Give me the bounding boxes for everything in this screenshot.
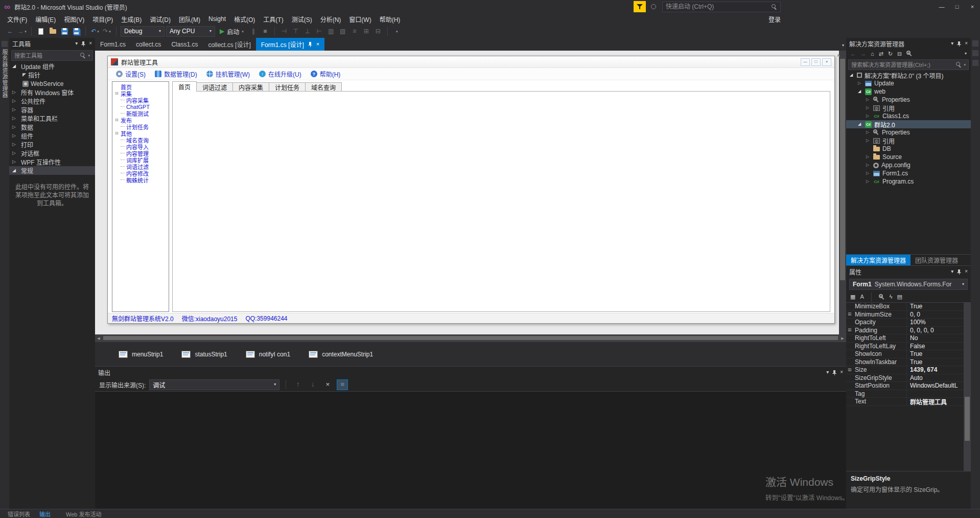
- property-row[interactable]: StartPositionWindowsDefaultL: [846, 382, 971, 390]
- menu-build[interactable]: 生成(B): [117, 14, 146, 25]
- output-source-select[interactable]: 调试: [149, 379, 279, 390]
- property-row[interactable]: ShowInTaskbarTrue: [846, 358, 971, 367]
- collapsed-icon[interactable]: [865, 139, 871, 143]
- file-node-form1[interactable]: Form1.cs: [846, 169, 971, 177]
- window-position-icon[interactable]: [951, 269, 953, 274]
- align-rights-icon[interactable]: [314, 26, 324, 37]
- back-icon[interactable]: [850, 51, 856, 57]
- component-contextmenustrip[interactable]: contextMenuStrip1: [309, 351, 373, 358]
- designer-vertical-scrollbar[interactable]: [839, 51, 846, 334]
- collapsed-icon[interactable]: [865, 155, 871, 159]
- solution-platform-select[interactable]: Any CPU: [166, 26, 215, 37]
- menu-debug[interactable]: 调试(D): [146, 14, 175, 25]
- tree-node[interactable]: 蜘蛛统计: [112, 176, 169, 183]
- toolbox-group-dialogs[interactable]: 对话框: [9, 149, 95, 157]
- menu-window[interactable]: 窗口(W): [345, 14, 375, 25]
- toolbox-group-menus[interactable]: 菜单和工具栏: [9, 114, 95, 123]
- property-value[interactable]: True: [906, 358, 964, 366]
- form-tab-home[interactable]: 首页: [172, 81, 197, 92]
- scroll-right-icon[interactable]: [839, 336, 846, 340]
- expand-icon[interactable]: [848, 328, 852, 332]
- pin-icon[interactable]: [956, 269, 962, 275]
- toggle-word-wrap-icon[interactable]: [337, 379, 348, 390]
- pin-icon[interactable]: [956, 41, 962, 47]
- form-menu-help[interactable]: 帮助(H): [307, 70, 345, 78]
- collapse-all-icon[interactable]: [897, 51, 902, 57]
- tab-collect-cs[interactable]: collect.cs: [131, 38, 166, 51]
- vertical-spacing-icon[interactable]: [361, 26, 371, 37]
- tree-node[interactable]: 内容采集: [112, 97, 169, 103]
- pin-icon[interactable]: [81, 41, 86, 47]
- toolbox-group-update[interactable]: Update 组件: [9, 62, 95, 71]
- window-position-icon[interactable]: [75, 41, 78, 46]
- navigate-forward-icon[interactable]: [17, 26, 27, 37]
- save-all-icon[interactable]: [71, 26, 81, 37]
- tab-solution-explorer[interactable]: 解决方案资源管理器: [846, 255, 911, 265]
- filter-icon[interactable]: [634, 1, 646, 12]
- toolbox-group-components[interactable]: 组件: [9, 131, 95, 140]
- menu-format[interactable]: 格式(O): [230, 14, 259, 25]
- solution-node[interactable]: 解决方案"群站2.0" (3 个项目): [846, 71, 971, 79]
- form-menu-settings[interactable]: 设置(S): [112, 70, 150, 78]
- property-value[interactable]: True: [906, 303, 964, 310]
- tab-collect-cs-design[interactable]: collect.cs [设计]: [203, 38, 255, 51]
- align-bottoms-icon[interactable]: [302, 26, 313, 37]
- make-same-size-icon[interactable]: [338, 26, 348, 37]
- toolbox-group-common[interactable]: 公共控件: [9, 97, 95, 105]
- start-debug-button[interactable]: 启动: [217, 26, 247, 37]
- solution-search-input[interactable]: [851, 62, 954, 68]
- project-node-qunzhan[interactable]: 群站2.0: [846, 120, 971, 128]
- expanded-icon[interactable]: [856, 122, 862, 126]
- menu-analyze[interactable]: 分析(N): [316, 14, 345, 25]
- designed-form[interactable]: 群站管理工具 设置(S) 数据管理(D) 挂机管理(W) 在线升级(U) 帮助(…: [107, 56, 835, 324]
- properties-scrollbar[interactable]: [964, 303, 971, 471]
- refresh-icon[interactable]: [888, 51, 893, 57]
- navigate-back-icon[interactable]: [5, 26, 15, 37]
- tab-error-list[interactable]: 错误列表: [3, 509, 35, 518]
- property-value[interactable]: 0, 0: [906, 311, 964, 319]
- collapsed-icon[interactable]: [865, 179, 871, 184]
- home-icon[interactable]: [871, 51, 874, 57]
- redo-icon[interactable]: [102, 26, 112, 37]
- align-tops-icon[interactable]: [291, 26, 301, 37]
- scroll-left-icon[interactable]: [95, 336, 102, 340]
- feedback-icon[interactable]: [648, 1, 659, 12]
- properties-icon[interactable]: [906, 51, 913, 57]
- previous-message-icon[interactable]: [292, 379, 304, 390]
- form-menu-data[interactable]: 数据管理(D): [151, 70, 201, 78]
- new-file-icon[interactable]: [36, 26, 46, 37]
- toolbox-search-input[interactable]: [14, 53, 78, 59]
- quick-launch-input[interactable]: [666, 3, 772, 10]
- close-icon[interactable]: [316, 41, 319, 47]
- stop-icon[interactable]: [260, 26, 270, 37]
- toolbox-group-general[interactable]: 常规: [9, 166, 95, 175]
- property-value[interactable]: WindowsDefaultL: [906, 382, 964, 390]
- property-row[interactable]: Padding0, 0, 0, 0: [846, 327, 971, 335]
- folder-node-source[interactable]: Source: [846, 153, 971, 161]
- solution-explorer-search[interactable]: [848, 59, 969, 70]
- designer-horizontal-scrollbar[interactable]: [95, 334, 846, 342]
- right-edge-icon[interactable]: [972, 40, 978, 47]
- form-menu-upgrade[interactable]: 在线升级(U): [255, 70, 306, 78]
- property-row[interactable]: Size1439, 674: [846, 366, 971, 374]
- property-row[interactable]: ShowIconTrue: [846, 350, 971, 358]
- make-same-width-icon[interactable]: [326, 26, 336, 37]
- property-value[interactable]: No: [906, 334, 964, 342]
- forward-icon[interactable]: [860, 51, 866, 57]
- collapsed-icon[interactable]: [865, 114, 871, 118]
- form-tab-domain[interactable]: 域名查询: [305, 82, 342, 92]
- collapsed-icon[interactable]: [865, 163, 871, 167]
- close-button[interactable]: [965, 0, 980, 13]
- toolbox-item-webservice[interactable]: WebService: [9, 79, 95, 88]
- object-selector[interactable]: Form1 System.Windows.Forms.For: [849, 279, 968, 290]
- tab-web-publish[interactable]: Web 发布活动: [61, 509, 106, 518]
- pause-icon[interactable]: [248, 26, 259, 37]
- file-node-program[interactable]: Program.cs: [846, 177, 971, 186]
- clear-all-icon[interactable]: [322, 379, 333, 390]
- next-message-icon[interactable]: [307, 379, 318, 390]
- property-row[interactable]: MinimizeBoxTrue: [846, 303, 971, 311]
- align-lefts-icon[interactable]: [279, 26, 289, 37]
- project-node-update[interactable]: Update: [846, 79, 971, 87]
- component-notifyicon[interactable]: notifyI con1: [246, 351, 290, 358]
- menu-nsight[interactable]: Nsight: [204, 14, 230, 24]
